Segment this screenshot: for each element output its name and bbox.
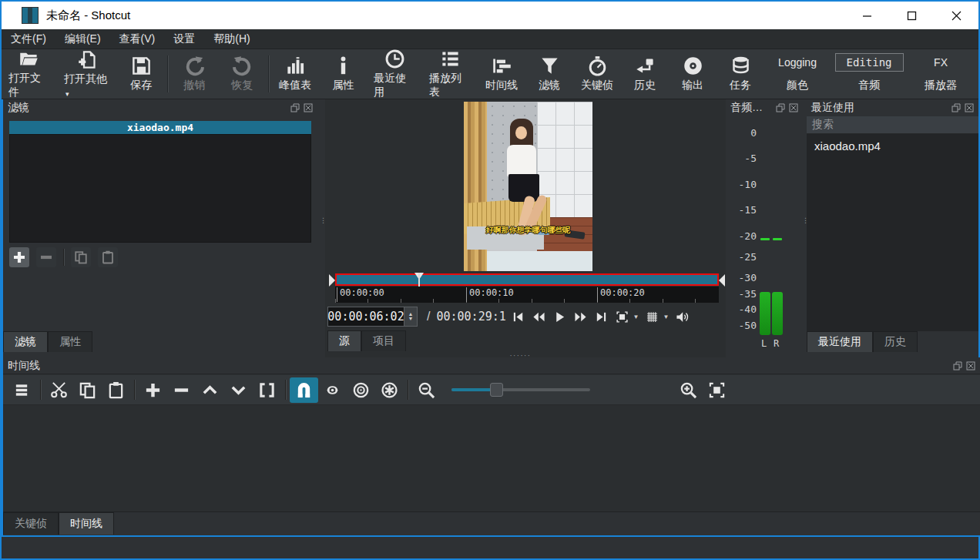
timeline-panel-title: 时间线 (8, 359, 40, 373)
float-panel-icon[interactable] (953, 361, 962, 371)
zoom-out-button[interactable] (412, 377, 441, 403)
position-timecode-input[interactable]: 00:00:06:02 (327, 307, 404, 327)
video-preview[interactable]: 好啊那你想学哪句哪些呢 (464, 102, 592, 271)
layout-editing-button[interactable]: Editing (835, 53, 904, 72)
ripple-all-asterisk-icon (381, 381, 398, 399)
layout-color-button[interactable]: 颜色 (776, 76, 819, 95)
tab-source[interactable]: 源 (327, 330, 361, 351)
trim-in-handle[interactable] (329, 274, 335, 287)
fast-forward-button[interactable] (570, 307, 591, 327)
filters-button[interactable]: 滤镜 (525, 52, 573, 96)
tab-filters[interactable]: 滤镜 (3, 331, 48, 352)
redo-button[interactable]: 恢复 (218, 52, 266, 96)
db-label: -20 (726, 230, 757, 242)
open-file-button[interactable]: 打开文件 (2, 45, 57, 102)
recent-button[interactable]: 最近使用 (367, 45, 422, 102)
ripple-delete-button[interactable] (167, 377, 196, 403)
peak-meter-button[interactable]: 峰值表 (271, 52, 319, 96)
timeline-toolbar (3, 375, 980, 405)
play-button[interactable] (549, 307, 570, 327)
menu-view[interactable]: 查看(V) (110, 29, 165, 49)
timeline-panel: 时间线 (2, 357, 980, 537)
paste-filters-button[interactable] (98, 247, 118, 267)
grid-button[interactable] (642, 307, 663, 327)
tab-history[interactable]: 历史 (873, 331, 918, 352)
close-panel-icon[interactable] (966, 361, 975, 371)
tab-properties[interactable]: 属性 (48, 331, 92, 352)
properties-button[interactable]: 属性 (319, 52, 367, 96)
remove-filter-button[interactable] (36, 247, 56, 267)
cut-button[interactable] (45, 377, 73, 403)
tab-timeline[interactable]: 时间线 (59, 512, 114, 535)
tab-project[interactable]: 项目 (361, 330, 406, 351)
db-label: -50 (726, 320, 757, 331)
float-panel-icon[interactable] (290, 103, 300, 112)
layout-fx-button[interactable]: FX (923, 54, 958, 71)
filters-panel-title: 滤镜 (8, 101, 29, 115)
layout-audio-button[interactable]: 音频 (847, 76, 891, 95)
menu-settings[interactable]: 设置 (164, 29, 204, 49)
undo-button[interactable]: 撤销 (170, 52, 218, 96)
scrub-while-dragging-toggle[interactable] (318, 377, 347, 403)
player-scrubber[interactable] (335, 273, 719, 286)
skip-to-start-button[interactable] (508, 307, 529, 327)
layout-player-button[interactable]: 播放器 (914, 76, 968, 95)
layout-logging-button[interactable]: Logging (767, 54, 827, 71)
jobs-button[interactable]: 任务 (717, 52, 764, 96)
zoom-dropdown-arrow-icon[interactable]: ▼ (633, 314, 639, 320)
ripple-all-tracks-toggle[interactable] (375, 377, 404, 403)
close-panel-icon[interactable] (965, 103, 974, 112)
paste-button[interactable] (102, 377, 130, 403)
player-time-ruler[interactable]: 00:00:00 00:00:10 00:00:20 (335, 287, 719, 303)
maximize-button[interactable] (889, 2, 934, 29)
history-button[interactable]: 历史 (621, 52, 669, 96)
timecode-spinner[interactable]: ▲▼ (404, 307, 418, 327)
lift-button[interactable] (196, 377, 224, 403)
minimize-button[interactable] (844, 2, 889, 29)
close-panel-icon[interactable] (789, 103, 798, 112)
playhead[interactable] (414, 273, 424, 280)
append-button[interactable] (139, 377, 167, 403)
skip-to-end-button[interactable] (591, 307, 612, 327)
filter-list[interactable] (9, 134, 311, 243)
zoom-fit-timeline-button[interactable] (703, 377, 731, 403)
splitter-left[interactable]: ⋮ (317, 99, 325, 357)
snap-toggle[interactable] (290, 377, 318, 403)
close-button[interactable] (934, 2, 978, 29)
timeline-tracks-area[interactable] (3, 405, 980, 511)
keyframes-button[interactable]: 关键侦 (573, 52, 621, 96)
float-panel-icon[interactable] (776, 103, 785, 112)
video-table (487, 251, 592, 271)
tab-recent[interactable]: 最近使用 (807, 331, 873, 352)
tab-keyframes[interactable]: 关键侦 (3, 512, 59, 535)
split-button[interactable] (253, 377, 281, 403)
overwrite-button[interactable] (224, 377, 253, 403)
playlist-button[interactable]: 播放列表 (422, 45, 478, 102)
playlist-icon (440, 49, 461, 69)
close-panel-icon[interactable] (304, 103, 313, 112)
rewind-button[interactable] (529, 307, 549, 327)
timeline-button[interactable]: 时间线 (478, 52, 525, 96)
add-filter-button[interactable] (9, 247, 29, 267)
grid-dropdown-arrow-icon[interactable]: ▼ (663, 314, 669, 320)
timeline-menu-button[interactable] (8, 377, 36, 403)
open-other-button[interactable]: 打开其他▾ (57, 46, 117, 102)
search-input[interactable]: 搜索 (807, 116, 978, 134)
export-button[interactable]: 输出 (669, 52, 717, 96)
menu-help[interactable]: 帮助(H) (204, 29, 259, 49)
ripple-toggle[interactable] (347, 377, 375, 403)
zoom-in-button[interactable] (674, 377, 703, 403)
zoom-fit-player-button[interactable] (612, 307, 633, 327)
grid-icon (646, 310, 659, 324)
volume-button[interactable] (672, 307, 693, 327)
audio-panel-title: 音频… (730, 101, 763, 115)
jobs-stack-icon (730, 55, 751, 76)
copy-button[interactable] (73, 377, 102, 403)
copy-filters-button[interactable] (71, 247, 91, 267)
list-item[interactable]: xiaodao.mp4 (807, 134, 978, 158)
timeline-zoom-slider[interactable] (451, 388, 590, 391)
trim-out-handle[interactable] (719, 274, 725, 287)
slider-handle[interactable] (490, 383, 503, 397)
float-panel-icon[interactable] (951, 103, 961, 112)
save-button[interactable]: 保存 (117, 52, 165, 96)
